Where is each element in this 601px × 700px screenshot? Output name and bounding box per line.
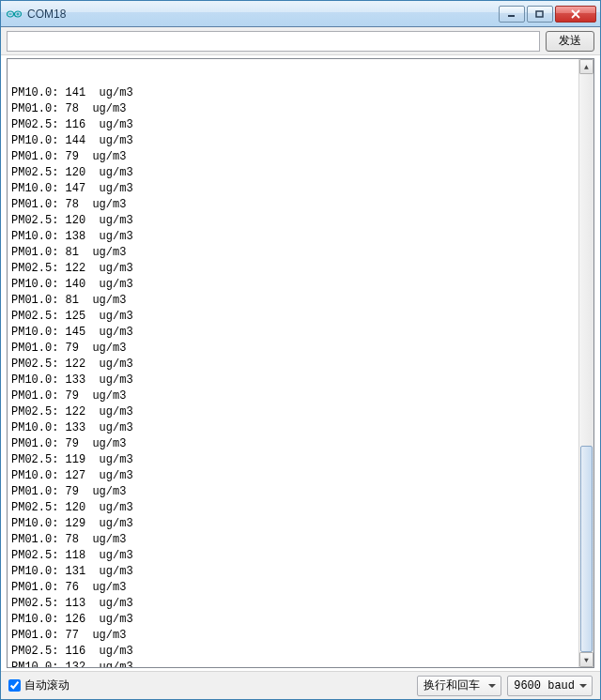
console-line: PM02.5: 125 ug/m3	[11, 309, 590, 325]
console-line: PM01.0: 81 ug/m3	[11, 293, 590, 309]
send-toolbar: 发送	[1, 27, 600, 55]
serial-monitor-window: COM18 发送 PM10.0: 141 ug/m3PM01.0: 78 ug/…	[0, 0, 601, 700]
console-line: PM10.0: 127 ug/m3	[11, 468, 590, 484]
scroll-up-button[interactable]: ▲	[579, 59, 593, 74]
console-line: PM02.5: 116 ug/m3	[11, 117, 590, 133]
console-line: PM10.0: 126 ug/m3	[11, 612, 590, 628]
window-controls	[497, 6, 596, 23]
console-line: PM02.5: 116 ug/m3	[11, 644, 590, 660]
console-line: PM02.5: 122 ug/m3	[11, 261, 590, 277]
console-line: PM01.0: 78 ug/m3	[11, 532, 590, 548]
console-line: PM01.0: 79 ug/m3	[11, 149, 590, 165]
autoscroll-checkbox[interactable]	[8, 679, 21, 692]
statusbar: 自动滚动 换行和回车 9600 baud	[1, 671, 600, 699]
titlebar[interactable]: COM18	[1, 1, 600, 27]
console-line: PM10.0: 133 ug/m3	[11, 420, 590, 436]
console-line: PM02.5: 113 ug/m3	[11, 596, 590, 612]
console-line: PM01.0: 79 ug/m3	[11, 341, 590, 357]
line-ending-select[interactable]: 换行和回车	[417, 676, 501, 696]
console-line: PM02.5: 122 ug/m3	[11, 404, 590, 420]
svg-rect-6	[536, 11, 543, 17]
console-line: PM02.5: 118 ug/m3	[11, 548, 590, 564]
console-line: PM10.0: 141 ug/m3	[11, 85, 590, 101]
arduino-icon	[7, 7, 22, 22]
console-line: PM01.0: 78 ug/m3	[11, 101, 590, 117]
window-title: COM18	[25, 8, 497, 21]
console-line: PM10.0: 131 ug/m3	[11, 564, 590, 580]
console-line: PM10.0: 140 ug/m3	[11, 277, 590, 293]
console-line: PM02.5: 120 ug/m3	[11, 213, 590, 229]
vertical-scrollbar[interactable]: ▲ ▼	[578, 59, 593, 667]
console-line: PM02.5: 120 ug/m3	[11, 500, 590, 516]
console-line: PM01.0: 79 ug/m3	[11, 388, 590, 404]
console-area: PM10.0: 141 ug/m3PM01.0: 78 ug/m3PM02.5:…	[7, 58, 594, 668]
minimize-button[interactable]	[499, 6, 525, 23]
close-button[interactable]	[555, 6, 596, 23]
console-line: PM10.0: 129 ug/m3	[11, 516, 590, 532]
console-line: PM01.0: 79 ug/m3	[11, 484, 590, 500]
console-line: PM10.0: 147 ug/m3	[11, 181, 590, 197]
console-line: PM02.5: 120 ug/m3	[11, 165, 590, 181]
autoscroll-checkbox-wrap[interactable]: 自动滚动	[8, 677, 411, 693]
scroll-down-button[interactable]: ▼	[579, 652, 593, 667]
console-line: PM10.0: 132 ug/m3	[11, 660, 590, 667]
console-line: PM10.0: 133 ug/m3	[11, 373, 590, 388]
maximize-button[interactable]	[527, 6, 553, 23]
console-line: PM01.0: 81 ug/m3	[11, 245, 590, 261]
baud-rate-select[interactable]: 9600 baud	[507, 676, 593, 696]
console-line: PM01.0: 78 ug/m3	[11, 197, 590, 213]
console-line: PM01.0: 76 ug/m3	[11, 580, 590, 596]
console-line: PM02.5: 122 ug/m3	[11, 357, 590, 373]
console-line: PM01.0: 77 ug/m3	[11, 628, 590, 644]
send-input[interactable]	[7, 31, 540, 52]
scroll-thumb[interactable]	[580, 446, 593, 652]
console-output[interactable]: PM10.0: 141 ug/m3PM01.0: 78 ug/m3PM02.5:…	[8, 59, 593, 667]
console-line: PM01.0: 79 ug/m3	[11, 436, 590, 452]
console-line: PM02.5: 119 ug/m3	[11, 452, 590, 468]
autoscroll-label: 自动滚动	[24, 677, 69, 693]
scroll-track[interactable]	[579, 74, 593, 652]
console-line: PM10.0: 145 ug/m3	[11, 325, 590, 341]
send-button[interactable]: 发送	[546, 31, 594, 52]
console-line: PM10.0: 138 ug/m3	[11, 229, 590, 245]
console-line: PM10.0: 144 ug/m3	[11, 133, 590, 149]
